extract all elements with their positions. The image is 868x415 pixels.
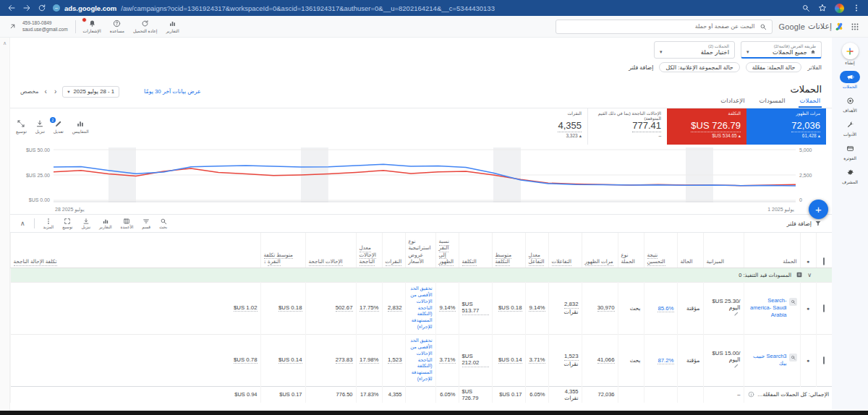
column-header-conv_rate[interactable]: معدل الإحالات الناجحة (359, 244, 377, 265)
drafts-group-row[interactable]: ∨ المسودات قيد التنفيذ: 0 (10, 268, 832, 282)
bookmark-star-icon[interactable] (818, 4, 827, 12)
column-header-avg_cost[interactable]: متوسط التكلفة (495, 252, 512, 266)
collapse-strip[interactable]: ∧ (0, 38, 10, 411)
column-header-ctr[interactable]: نسبة النقر إلى الظهور (439, 238, 454, 266)
table-tool-search[interactable]: بحث (159, 218, 167, 229)
column-header-status[interactable]: الحالة (681, 258, 693, 265)
global-search[interactable] (556, 20, 773, 34)
column-header-conversions[interactable]: الإحالات الناجحة (309, 258, 343, 266)
address-bar[interactable]: – ads.google.com/aw/campaigns?ocid=13619… (53, 4, 795, 12)
account-info[interactable]: 459-180-0849 saud.use@gmail.com (22, 20, 68, 33)
campaign-row-0[interactable]: ● Search- america- Saudi Arabia$US 25.30… (10, 282, 832, 334)
info-icon[interactable] (748, 391, 754, 398)
tab-settings[interactable]: الإعدادات (719, 95, 746, 108)
cell-bid-strategy[interactable]: تحقيق الحد الأقصى من الإحالات الناجحة (ا… (409, 286, 433, 330)
campaign-name-link[interactable]: Search- america- Saudi Arabia (747, 297, 787, 319)
browser-back-icon[interactable] (7, 4, 16, 12)
filter-chip-1[interactable]: حالة المجموعة الإعلانية: الكل (659, 62, 739, 72)
column-header-bid_strategy[interactable]: نوع استراتيجية عروض الأسعار (409, 238, 431, 265)
nav-item-billing[interactable]: الفوترة (840, 142, 860, 161)
chart-tool-metrics[interactable]: المقاييس (72, 119, 89, 134)
table-tool-expand[interactable]: توسيع (62, 218, 72, 229)
column-header-cost[interactable]: التكلفة (462, 258, 477, 266)
table-tool-segment[interactable]: قسم (142, 218, 150, 229)
topbar-refresh-button[interactable]: إعادة التحميل (133, 20, 158, 33)
date-range-dropdown[interactable]: 1 - 28 يوليو 2025 ▾ (62, 86, 119, 98)
campaign-name-link[interactable]: Search3 حبيب بيك (747, 353, 787, 367)
table-tool-columns[interactable]: الأعمدة (121, 218, 134, 229)
nav-item-goals[interactable]: الأهداف (840, 95, 860, 113)
scorecard-conversions[interactable]: الإحالات الناجحة (بما في ذلك القيم المتو… (587, 108, 667, 145)
collapse-table-icon[interactable]: ∧ (20, 220, 25, 227)
cell-opt-score[interactable]: 87.2% (658, 357, 673, 365)
cell-budget[interactable]: $US 25.30/اليوم (707, 298, 741, 311)
date-prev-icon[interactable]: ‹ (53, 87, 58, 95)
browser-reload-icon[interactable] (38, 4, 46, 12)
metrics-icon (76, 119, 85, 128)
refresh-icon (141, 20, 149, 27)
chart-tool-edit[interactable]: 2 تعديل (54, 119, 64, 134)
table-tool-reports[interactable]: التقارير (99, 218, 111, 229)
column-header-interaction_rate[interactable]: معدل التفاعل (529, 252, 545, 266)
browser-profile-avatar[interactable] (835, 4, 844, 13)
browser-menu-icon[interactable] (852, 4, 861, 12)
chevron-down-icon[interactable]: ∨ (807, 272, 812, 278)
scorecard-clicks[interactable]: النقرات 4,355 ▴3,323 (508, 108, 587, 145)
last-30-days-link[interactable]: عرض بيانات آخر 30 يومًا (144, 88, 201, 95)
nav-item-tools[interactable]: الأدوات (840, 119, 860, 137)
cell-bid-strategy[interactable]: تحقيق الحد الأقصى من الإحالات الناجحة (ا… (409, 338, 433, 382)
column-header-impressions[interactable]: مرات الظهور (585, 258, 613, 266)
scorecard-impressions[interactable]: مرات الظهور 72,036 ▴61,428 (746, 108, 826, 145)
browser-forward-icon[interactable] (22, 4, 31, 12)
column-header-name[interactable]: الحملة (783, 258, 796, 265)
view-mode-label: طريقة العرض (قائمة/2) (746, 43, 816, 48)
campaign-row-1[interactable]: ● Search3 حبيب بيك$US 15.00/اليوممؤقتة87… (10, 334, 832, 386)
column-header-clicks[interactable]: النقرات (386, 258, 402, 266)
scorecard-cost[interactable]: التكلفة $US 726.79 ▴$US 534.65 (667, 108, 746, 145)
topbar-help-button[interactable]: مساعدة (110, 20, 124, 33)
page-title: الحملات (719, 84, 822, 95)
browser-search-icon[interactable] (801, 4, 810, 12)
table-tool-more[interactable]: المزيد (43, 218, 54, 229)
column-header-interactions[interactable]: التفاعلات (552, 258, 572, 266)
row-checkbox[interactable] (823, 356, 825, 364)
select-all-checkbox[interactable] (823, 257, 825, 265)
campaign-picker-dropdown[interactable]: الحملات (2) اختيار حملة ▾ (654, 41, 735, 59)
column-header-budget[interactable]: الميزانية (707, 258, 725, 265)
column-header-cost_per_conv[interactable]: تكلفة الإحالة الناجحة (14, 258, 57, 266)
add-fab-button[interactable]: + (809, 200, 828, 219)
nav-item-campaigns[interactable]: الحملات (840, 71, 860, 89)
column-header-avg_cpc[interactable]: متوسط تكلفة النقرة (264, 252, 293, 266)
row-checkbox[interactable] (823, 304, 825, 312)
chart-tool-download[interactable]: تنزيل (35, 119, 45, 134)
view-mode-dropdown[interactable]: طريقة العرض (قائمة/2) جميع الحملات ▾ (741, 41, 822, 59)
status-dot[interactable]: ● (807, 306, 809, 311)
cell-opt-score[interactable]: 85.6% (658, 305, 673, 313)
site-info-icon[interactable]: – (53, 4, 60, 12)
expand-icon (17, 119, 25, 128)
table-tool-download[interactable]: تنزيل (82, 218, 91, 229)
column-header-type[interactable]: نوع الحملة (621, 252, 635, 265)
status-dot[interactable]: ● (807, 358, 809, 363)
topbar-reports-button[interactable]: التقارير (166, 20, 179, 33)
scorecards: مرات الظهور 72,036 ▴61,428 التكلفة $US 7… (508, 108, 826, 145)
nav-item-admin[interactable]: المشرف (840, 166, 860, 184)
date-next-icon[interactable]: › (43, 87, 48, 95)
topbar-notifications-button[interactable]: الإشعارات (83, 20, 101, 33)
drafts-group-label: المسودات قيد التنفيذ: 0 (739, 272, 791, 278)
cell-budget[interactable]: $US 15.00/اليوم (707, 350, 741, 363)
create-button[interactable]: إنشاء (842, 43, 859, 65)
chart-tool-expand[interactable]: توسيع (16, 119, 27, 134)
apps-grid-icon[interactable] (851, 22, 859, 31)
search-input[interactable] (561, 22, 756, 30)
table-add-filter[interactable]: إضافة فلتر (787, 220, 822, 227)
add-filter-link[interactable]: إضافة فلتر (629, 64, 653, 71)
filter-chip-0[interactable]: حالة الحملة: مفعّلة (746, 62, 802, 72)
open-account-icon[interactable] (9, 22, 17, 30)
tab-drafts[interactable]: المسودات (758, 95, 787, 108)
edit-budget-icon[interactable] (733, 363, 739, 369)
total-impressions: 72,036 (598, 391, 615, 398)
column-header-opt_score[interactable]: نتيجة التحسين (647, 252, 665, 266)
edit-budget-icon[interactable] (733, 311, 739, 317)
tab-campaigns[interactable]: الحملات (799, 95, 822, 108)
